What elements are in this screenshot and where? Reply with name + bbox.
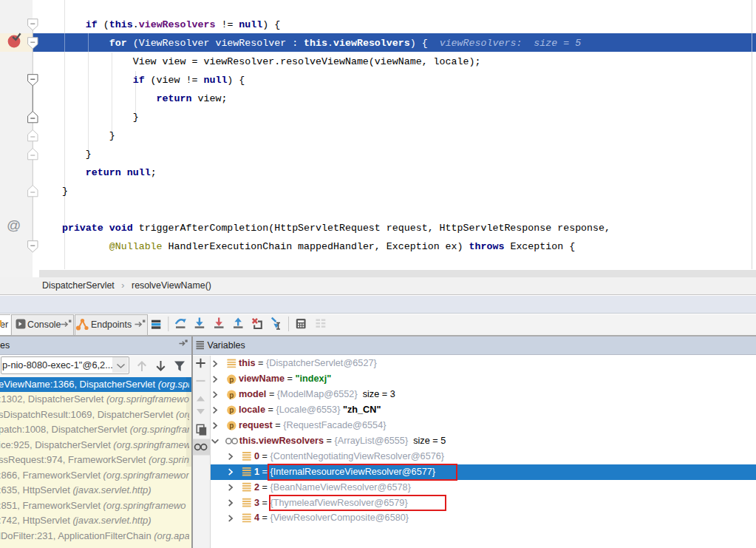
svg-text:p: p	[229, 391, 234, 399]
svg-text:p: p	[229, 422, 234, 430]
svg-text:p: p	[229, 376, 234, 384]
svg-text:p: p	[229, 406, 234, 414]
